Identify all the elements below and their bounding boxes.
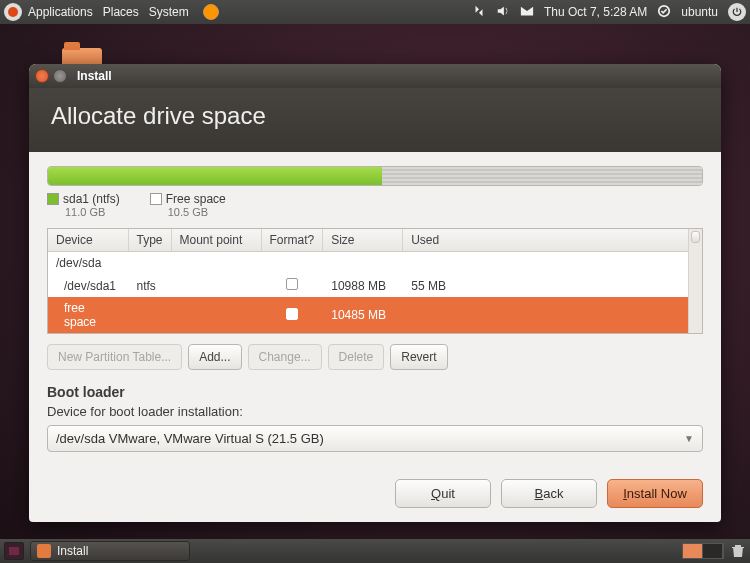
usage-segment-free	[382, 167, 702, 185]
menu-places[interactable]: Places	[103, 5, 139, 19]
table-row-selected[interactable]: free space 10485 MB	[48, 297, 702, 333]
taskbar-item-install[interactable]: Install	[30, 541, 190, 561]
table-row[interactable]: /dev/sda	[48, 252, 702, 275]
legend-item-free: Free space 10.5 GB	[150, 192, 226, 218]
power-icon[interactable]	[728, 3, 746, 21]
usage-segment-sda1	[48, 167, 382, 185]
install-now-button[interactable]: Install Now	[607, 479, 703, 508]
page-title: Allocate drive space	[29, 88, 721, 152]
legend-item-sda1: sda1 (ntfs) 11.0 GB	[47, 192, 120, 218]
change-button: Change...	[248, 344, 322, 370]
menu-system[interactable]: System	[149, 5, 189, 19]
col-used[interactable]: Used	[403, 229, 702, 252]
table-row[interactable]: /dev/sda1 ntfs 10988 MB 55 MB	[48, 274, 702, 297]
format-checkbox[interactable]	[286, 308, 298, 320]
show-desktop-button[interactable]	[4, 542, 24, 560]
installer-icon	[37, 544, 51, 558]
usage-legend: sda1 (ntfs) 11.0 GB Free space 10.5 GB	[47, 192, 703, 218]
trash-icon[interactable]	[730, 542, 746, 561]
firefox-icon[interactable]	[203, 4, 219, 20]
volume-icon[interactable]	[496, 4, 510, 21]
col-type[interactable]: Type	[128, 229, 171, 252]
scrollbar[interactable]	[688, 229, 702, 333]
network-icon[interactable]	[472, 4, 486, 21]
installer-window: Install Allocate drive space sda1 (ntfs)…	[29, 64, 721, 522]
col-mount[interactable]: Mount point	[171, 229, 261, 252]
chevron-down-icon: ▼	[684, 433, 694, 444]
quit-button[interactable]: Quit	[395, 479, 491, 508]
ubuntu-logo-icon[interactable]	[4, 3, 22, 21]
system-tray: Thu Oct 7, 5:28 AM ubuntu	[472, 3, 746, 21]
session-icon[interactable]	[657, 4, 671, 21]
bootloader-device-select[interactable]: /dev/sda VMware, VMware Virtual S (21.5 …	[47, 425, 703, 452]
bootloader-label: Device for boot loader installation:	[47, 404, 703, 419]
window-minimize-button[interactable]	[53, 69, 67, 83]
top-panel: Applications Places System Thu Oct 7, 5:…	[0, 0, 750, 24]
bottom-panel: Install	[0, 539, 750, 563]
col-format[interactable]: Format?	[261, 229, 323, 252]
partition-table: Device Type Mount point Format? Size Use…	[47, 228, 703, 334]
bootloader-heading: Boot loader	[47, 384, 703, 400]
menu-applications[interactable]: Applications	[28, 5, 93, 19]
add-button[interactable]: Add...	[188, 344, 241, 370]
delete-button: Delete	[328, 344, 385, 370]
mail-icon[interactable]	[520, 4, 534, 21]
window-titlebar[interactable]: Install	[29, 64, 721, 88]
window-title: Install	[77, 69, 112, 83]
revert-button[interactable]: Revert	[390, 344, 447, 370]
clock[interactable]: Thu Oct 7, 5:28 AM	[544, 5, 647, 19]
window-close-button[interactable]	[35, 69, 49, 83]
col-device[interactable]: Device	[48, 229, 128, 252]
col-size[interactable]: Size	[323, 229, 403, 252]
new-partition-table-button: New Partition Table...	[47, 344, 182, 370]
workspace-switcher[interactable]	[682, 543, 724, 559]
back-button[interactable]: Back	[501, 479, 597, 508]
username[interactable]: ubuntu	[681, 5, 718, 19]
format-checkbox[interactable]	[286, 278, 298, 290]
disk-usage-bar	[47, 166, 703, 186]
